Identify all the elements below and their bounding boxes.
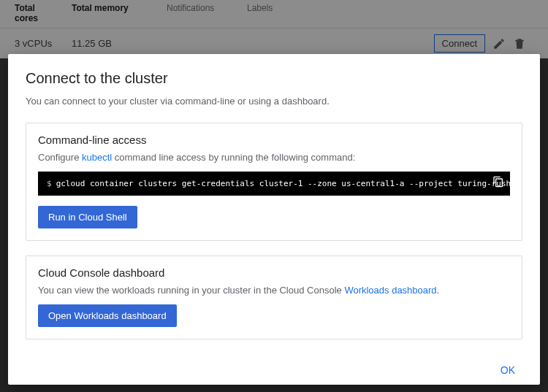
dash-desc-pre: You can view the workloads running in yo… [38,285,344,296]
open-workloads-button[interactable]: Open Workloads dashboard [38,304,177,327]
run-cloud-shell-button[interactable]: Run in Cloud Shell [38,206,137,228]
cli-card: Command-line access Configure kubectl co… [26,123,522,241]
kubectl-link[interactable]: kubectl [82,152,112,163]
dashboard-heading: Cloud Console dashboard [38,266,510,279]
dialog-subtitle: You can connect to your cluster via comm… [26,96,522,107]
dashboard-card: Cloud Console dashboard You can view the… [26,255,522,339]
dialog-actions: OK [26,354,522,380]
dialog-title: Connect to the cluster [26,70,522,87]
command-text: gcloud container clusters get-credential… [56,179,510,188]
connect-dialog: Connect to the cluster You can connect t… [8,54,540,385]
cli-heading: Command-line access [38,134,510,146]
ok-button[interactable]: OK [493,360,522,380]
cli-desc-pre: Configure [38,152,82,163]
dashboard-desc: You can view the workloads running in yo… [38,285,510,296]
command-block[interactable]: $gcloud container clusters get-credentia… [38,172,510,196]
dash-desc-post: . [437,285,440,296]
workloads-dashboard-link[interactable]: Workloads dashboard [344,285,436,296]
cli-desc-post: command line access by running the follo… [112,152,355,163]
cli-desc: Configure kubectl command line access by… [38,152,510,163]
copy-icon[interactable] [492,176,504,190]
shell-prompt: $ [47,179,52,188]
